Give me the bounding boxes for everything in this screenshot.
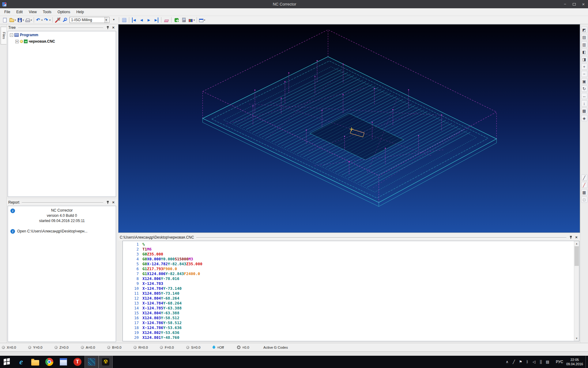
code-line[interactable]: 17X-124.786Y-58.512 [123, 320, 574, 325]
menu-item-file[interactable]: File [1, 8, 13, 16]
code-line[interactable]: 16X124.803Y-58.512 [123, 316, 574, 320]
code-line[interactable]: 13X-124.784Y-68.264 [123, 301, 574, 306]
close-button[interactable]: × [111, 200, 115, 205]
code-line[interactable]: 19X124.802Y-53.636 [123, 330, 574, 335]
menu-item-view[interactable]: View [26, 8, 40, 16]
tray-expand-icon[interactable]: ∧ [504, 360, 510, 364]
menu-item-help[interactable]: Help [73, 8, 87, 16]
measure-icon[interactable]: ↕ [581, 100, 587, 106]
rotate-view-icon[interactable]: ↻ [581, 86, 587, 92]
path-color-button[interactable]: ▾ [188, 17, 195, 24]
selection-box-icon[interactable]: □ [581, 197, 587, 203]
combo-list-button[interactable] [111, 17, 117, 24]
scroll-thumb[interactable] [575, 246, 579, 266]
pin-button[interactable] [569, 235, 573, 240]
save-button[interactable]: ▾ [17, 17, 24, 24]
close-button[interactable]: × [574, 235, 579, 240]
code-line[interactable]: 14X-124.785Y-63.388 [123, 306, 574, 311]
taskbar-clock[interactable]: 22:05 09.04.2016 [566, 358, 586, 366]
layout-button[interactable]: ▾ [198, 17, 205, 24]
calculator-button[interactable] [180, 17, 187, 24]
start-button[interactable] [0, 356, 14, 368]
show-desktop-button[interactable] [586, 356, 588, 368]
go-last-button[interactable] [153, 17, 160, 24]
menu-item-options[interactable]: Options [55, 8, 73, 16]
code-line[interactable]: 1% [123, 242, 574, 247]
zoom-fit-icon[interactable]: ▣ [581, 78, 587, 84]
collapse-icon[interactable]: − [10, 33, 13, 37]
tool-key-button[interactable] [62, 17, 68, 24]
code-line[interactable]: 9X-124.783 [123, 281, 574, 286]
tray-flag-icon[interactable]: ⚑ [518, 360, 523, 364]
simulation-button[interactable] [173, 17, 180, 24]
taskbar-ie[interactable]: e [14, 356, 28, 368]
code-line[interactable]: 11X124.805Y-73.140 [123, 291, 574, 296]
tray-network-icon[interactable]: ⣿ [538, 360, 544, 364]
render-mode-icon[interactable]: ◈ [581, 115, 587, 121]
step-back-button[interactable] [138, 17, 145, 24]
tray-volume-icon[interactable]: ◁ [531, 360, 537, 364]
code-line[interactable]: 20X124.801Y-48.760 [123, 335, 574, 340]
tree-item-file[interactable]: + черновая.CNC [8, 39, 116, 44]
expand-icon[interactable]: + [15, 40, 19, 43]
open-button[interactable]: ▾ [9, 17, 16, 24]
view-right-icon[interactable]: ◨ [581, 56, 587, 62]
code-line[interactable]: 12X124.804Y-68.264 [123, 296, 574, 301]
maximize-button[interactable] [570, 0, 579, 8]
menu-item-edit[interactable]: Edit [13, 8, 26, 16]
minimize-button[interactable]: − [560, 0, 570, 8]
grid-settings-button[interactable] [121, 17, 127, 24]
code-line[interactable]: 8X124.806Y-78.016 [123, 276, 574, 281]
go-first-button[interactable] [131, 17, 138, 24]
pan-view-icon[interactable]: ↔ [581, 93, 587, 99]
taskbar-app-window[interactable] [56, 356, 70, 368]
redo-button[interactable]: ▾ [43, 17, 51, 24]
snap-grid-icon[interactable]: ▦ [581, 189, 587, 195]
code-line[interactable]: 4G0X0.000Y0.000S15000M3 [123, 257, 574, 262]
undo-button[interactable]: ▾ [36, 17, 43, 24]
eraser-button[interactable] [163, 17, 170, 24]
code-line[interactable]: 6G1Z17.793F900.0 [123, 266, 574, 271]
new-button[interactable] [2, 17, 8, 24]
code-scrollbar[interactable]: ▲ ▼ [574, 241, 579, 341]
close-button[interactable]: × [111, 25, 115, 30]
tray-pen-icon[interactable]: ╱ [511, 360, 517, 364]
wireframe-icon[interactable]: ▩ [581, 108, 587, 114]
run-button[interactable] [145, 17, 152, 24]
code-line[interactable]: 2T1M6 [123, 247, 574, 252]
print-button[interactable]: ▾ [25, 17, 32, 24]
view-left-icon[interactable]: ◧ [581, 49, 587, 55]
taskbar-explorer[interactable] [28, 356, 42, 368]
code-line[interactable]: 10X-124.784Y-73.140 [123, 286, 574, 291]
code-line[interactable]: 3G0Z35.000 [123, 252, 574, 257]
view-front-icon[interactable]: ▥ [581, 41, 587, 48]
taskbar-app-red-t[interactable]: T [70, 356, 85, 368]
tray-keyboard-icon[interactable]: ▤ [545, 360, 550, 364]
scroll-down-button[interactable]: ▼ [574, 336, 579, 341]
code-line[interactable]: 7G1X124.806Y-82.843F2400.0 [123, 271, 574, 276]
zoom-out-icon[interactable]: − [581, 71, 587, 77]
taskbar-radiation-app[interactable]: ☢ [99, 356, 113, 368]
tab-files[interactable]: Files [1, 27, 6, 44]
tool-cutter-button[interactable] [54, 17, 61, 24]
edit-path-icon[interactable]: ╱ [581, 174, 587, 181]
view-top-icon[interactable]: ▤ [581, 34, 587, 40]
code-line[interactable]: 15X124.804Y-63.388 [123, 311, 574, 316]
language-indicator[interactable]: РУС [553, 360, 566, 364]
pin-button[interactable] [106, 200, 110, 205]
zoom-in-icon[interactable]: + [581, 63, 587, 70]
code-line[interactable]: 5G0X-124.782Y-82.843Z35.000 [123, 262, 574, 266]
close-button[interactable]: × [579, 0, 588, 8]
viewport-3d[interactable] [118, 24, 580, 233]
report-open-entry[interactable]: Open C:\Users\Александр\Desktop\черн... [8, 228, 116, 233]
toolpath-canvas[interactable] [119, 25, 580, 232]
menu-item-tools[interactable]: Tools [40, 8, 55, 16]
code-line[interactable]: 18X-124.786Y-53.636 [123, 325, 574, 330]
tree-item-programm[interactable]: − Programm [8, 32, 116, 38]
view-iso-icon[interactable]: ◩ [581, 27, 587, 33]
postprocessor-combo[interactable]: 1-ISO Milling▾ [70, 17, 109, 23]
scroll-up-button[interactable]: ▲ [574, 241, 579, 246]
pin-button[interactable] [106, 25, 110, 30]
tray-bluetooth-icon[interactable]: ᛒ [525, 360, 530, 364]
edit-path-red-icon[interactable]: ╱ [581, 182, 587, 188]
